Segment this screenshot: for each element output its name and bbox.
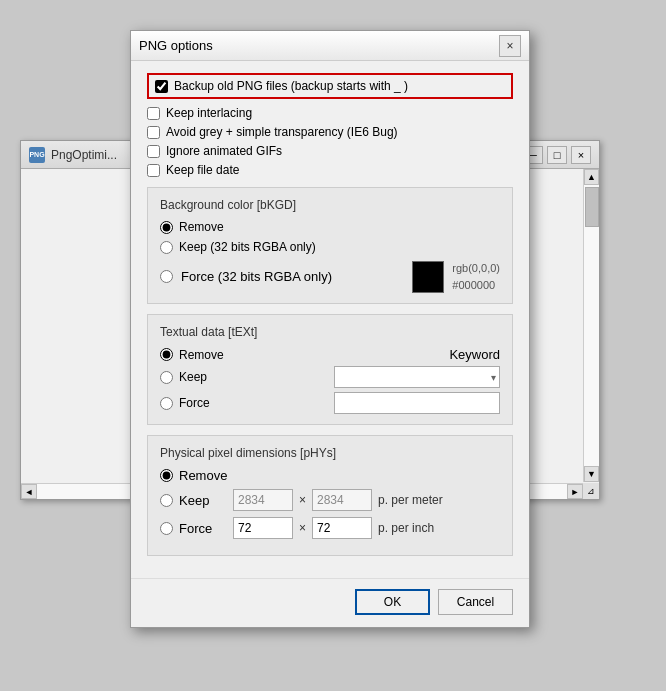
textual-keep-radio[interactable] xyxy=(160,371,173,384)
physical-keep-radio[interactable] xyxy=(160,494,173,507)
bg-maximize-button[interactable]: □ xyxy=(547,146,567,164)
physical-remove-row: Remove xyxy=(160,468,500,483)
keyword-header: Keyword xyxy=(334,347,500,362)
textual-keep-row: Keep xyxy=(160,370,326,384)
textual-force-radio[interactable] xyxy=(160,397,173,410)
physical-section-label: Physical pixel dimensions [pHYs] xyxy=(160,446,500,460)
ok-button[interactable]: OK xyxy=(355,589,430,615)
interlacing-label[interactable]: Keep interlacing xyxy=(166,106,252,120)
bg-color-keep-label[interactable]: Keep (32 bits RGBA only) xyxy=(179,240,316,254)
dialog-content: Backup old PNG files (backup starts with… xyxy=(131,61,529,568)
bg-resize-corner[interactable]: ⊿ xyxy=(583,483,599,499)
physical-section: Physical pixel dimensions [pHYs] Remove … xyxy=(147,435,513,556)
backup-checkbox-row: Backup old PNG files (backup starts with… xyxy=(147,73,513,99)
bg-scrollbar-right: ▲ ▼ xyxy=(583,169,599,482)
physical-force-row: Force × p. per inch xyxy=(160,517,500,539)
bg-color-keep-radio[interactable] xyxy=(160,241,173,254)
grey-transparency-label[interactable]: Avoid grey + simple transparency (IE6 Bu… xyxy=(166,125,398,139)
physical-keep-unit: p. per meter xyxy=(378,493,443,507)
bg-color-force-row: Force (32 bits RGBA only) rgb(0,0,0) #00… xyxy=(160,260,500,293)
physical-keep-y-input[interactable] xyxy=(312,489,372,511)
dialog-title: PNG options xyxy=(139,38,499,53)
physical-force-y-input[interactable] xyxy=(312,517,372,539)
physical-remove-label[interactable]: Remove xyxy=(179,468,227,483)
physical-keep-label[interactable]: Keep xyxy=(179,493,227,508)
animated-gifs-checkbox-row: Ignore animated GIFs xyxy=(147,144,513,158)
cancel-button[interactable]: Cancel xyxy=(438,589,513,615)
bg-color-remove-label[interactable]: Remove xyxy=(179,220,224,234)
bg-color-force-radio[interactable] xyxy=(160,270,173,283)
physical-remove-radio[interactable] xyxy=(160,469,173,482)
color-rgb: rgb(0,0,0) xyxy=(452,260,500,277)
force-times-sign: × xyxy=(299,521,306,535)
physical-force-radio[interactable] xyxy=(160,522,173,535)
textual-section-label: Textual data [tEXt] xyxy=(160,325,500,339)
bg-window-icon: PNG xyxy=(29,147,45,163)
bg-color-section: Background color [bKGD] Remove Keep (32 … xyxy=(147,187,513,304)
dialog-buttons: OK Cancel xyxy=(131,578,529,627)
bg-scroll-left-button[interactable]: ◄ xyxy=(21,484,37,499)
keep-times-sign: × xyxy=(299,493,306,507)
dialog-close-button[interactable]: × xyxy=(499,35,521,57)
bg-close-button[interactable]: × xyxy=(571,146,591,164)
bg-scroll-right-button[interactable]: ► xyxy=(567,484,583,499)
keyword-select[interactable] xyxy=(334,366,500,388)
bg-scroll-down-button[interactable]: ▼ xyxy=(584,466,599,482)
bg-color-keep-row: Keep (32 bits RGBA only) xyxy=(160,240,500,254)
file-date-checkbox[interactable] xyxy=(147,164,160,177)
textual-keep-label[interactable]: Keep xyxy=(179,370,207,384)
textual-force-input[interactable] xyxy=(334,392,500,414)
physical-force-unit: p. per inch xyxy=(378,521,434,535)
bg-window-controls: ─ □ × xyxy=(523,146,591,164)
file-date-label[interactable]: Keep file date xyxy=(166,163,239,177)
textual-section: Textual data [tEXt] Remove Keyword Keep xyxy=(147,314,513,425)
dialog-titlebar: PNG options × xyxy=(131,31,529,61)
grey-transparency-checkbox-row: Avoid grey + simple transparency (IE6 Bu… xyxy=(147,125,513,139)
backup-label[interactable]: Backup old PNG files (backup starts with… xyxy=(174,79,408,93)
interlacing-checkbox-row: Keep interlacing xyxy=(147,106,513,120)
grey-transparency-checkbox[interactable] xyxy=(147,126,160,139)
textual-remove-radio[interactable] xyxy=(160,348,173,361)
file-date-checkbox-row: Keep file date xyxy=(147,163,513,177)
textual-force-row: Force xyxy=(160,396,326,410)
animated-gifs-label[interactable]: Ignore animated GIFs xyxy=(166,144,282,158)
textual-remove-label[interactable]: Remove xyxy=(179,348,224,362)
bg-color-section-label: Background color [bKGD] xyxy=(160,198,500,212)
color-hex: #000000 xyxy=(452,277,500,294)
bg-color-remove-radio[interactable] xyxy=(160,221,173,234)
animated-gifs-checkbox[interactable] xyxy=(147,145,160,158)
bg-scroll-thumb[interactable] xyxy=(585,187,599,227)
keyword-label: Keyword xyxy=(449,347,500,362)
textual-force-label[interactable]: Force xyxy=(179,396,210,410)
keyword-select-wrapper xyxy=(334,366,500,388)
physical-keep-x-input[interactable] xyxy=(233,489,293,511)
interlacing-checkbox[interactable] xyxy=(147,107,160,120)
backup-checkbox[interactable] xyxy=(155,80,168,93)
png-options-dialog: PNG options × Backup old PNG files (back… xyxy=(130,30,530,628)
physical-keep-row: Keep × p. per meter xyxy=(160,489,500,511)
bg-scroll-track xyxy=(584,185,599,466)
bg-scroll-up-button[interactable]: ▲ xyxy=(584,169,599,185)
physical-force-x-input[interactable] xyxy=(233,517,293,539)
color-info: rgb(0,0,0) #000000 xyxy=(452,260,500,293)
textual-remove-row: Remove xyxy=(160,348,326,362)
physical-force-label[interactable]: Force xyxy=(179,521,227,536)
color-swatch[interactable] xyxy=(412,261,444,293)
bg-color-force-label[interactable]: Force (32 bits RGBA only) xyxy=(181,269,332,284)
bg-color-remove-row: Remove xyxy=(160,220,500,234)
